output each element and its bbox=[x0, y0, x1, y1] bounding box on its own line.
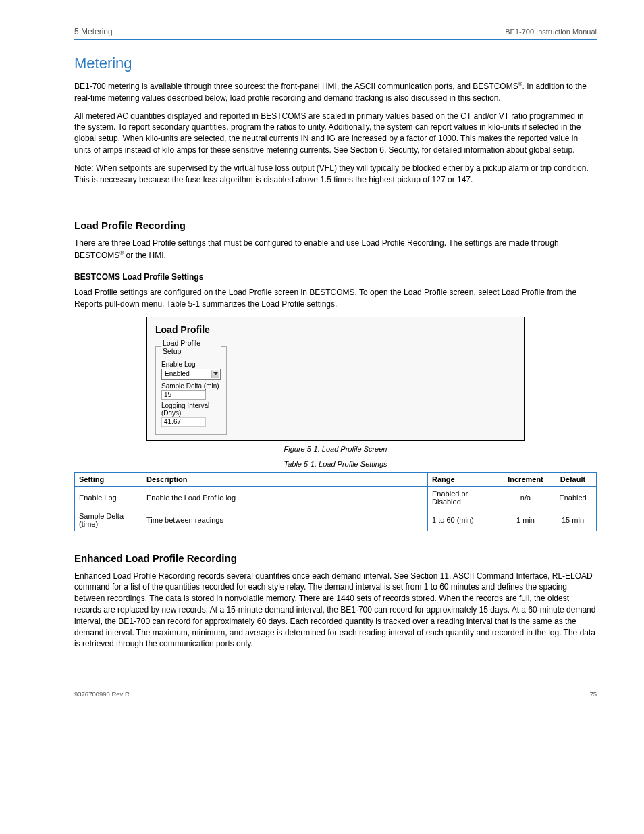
figure-panel: Load Profile Load Profile Setup Enable L… bbox=[146, 317, 525, 441]
cell-def: 15 min bbox=[549, 509, 597, 531]
enhanced-lp-paragraph: Enhanced Load Profile Recording records … bbox=[74, 571, 597, 650]
cell-range: 1 to 60 (min) bbox=[428, 509, 502, 531]
intro-paragraph-2: All metered AC quantities displayed and … bbox=[74, 111, 597, 156]
table-row: Enable Log Enable the Load Profile log E… bbox=[75, 486, 597, 509]
load-profile-heading: Load Profile Recording bbox=[74, 219, 597, 231]
section-divider-2 bbox=[74, 540, 597, 540]
cell-desc: Time between readings bbox=[142, 509, 428, 531]
bestcoms-subheading: BESTCOMS Load Profile Settings bbox=[74, 272, 597, 282]
enable-log-select[interactable]: Enabled bbox=[161, 369, 221, 380]
lp-intro-suffix: or the HMI. bbox=[124, 251, 166, 260]
bestcoms-paragraph: Load Profile settings are configured on … bbox=[74, 287, 597, 310]
cell-setting: Enable Log bbox=[75, 486, 142, 509]
cell-def: Enabled bbox=[549, 486, 597, 509]
page-footer: 9376700990 Rev R 75 bbox=[74, 690, 597, 698]
th-default: Default bbox=[549, 472, 597, 486]
th-increment: Increment bbox=[502, 472, 549, 486]
section-number: 5 Metering bbox=[74, 27, 113, 36]
doc-title-header: BE1-700 Instruction Manual bbox=[505, 28, 597, 36]
cell-setting: Sample Delta (time) bbox=[75, 509, 142, 531]
enable-log-value: Enabled bbox=[165, 370, 190, 377]
table-header-row: Setting Description Range Increment Defa… bbox=[75, 472, 597, 486]
logging-interval-readonly: 41.67 bbox=[161, 417, 206, 427]
sample-delta-value: 15 bbox=[164, 391, 171, 398]
logging-interval-label: Logging Interval (Days) bbox=[161, 402, 221, 417]
load-profile-intro: There are three Load Profile settings th… bbox=[74, 238, 597, 261]
logging-interval-value: 41.67 bbox=[164, 418, 181, 425]
load-profile-setup-fieldset: Load Profile Setup Enable Log Enabled Sa… bbox=[155, 339, 227, 435]
th-description: Description bbox=[142, 472, 428, 486]
footer-rev: 9376700990 Rev R bbox=[74, 690, 130, 698]
chevron-down-icon bbox=[211, 370, 219, 378]
footer-page-number: 75 bbox=[589, 690, 597, 698]
enable-log-label: Enable Log bbox=[161, 361, 221, 368]
panel-title: Load Profile bbox=[155, 324, 516, 335]
header-divider bbox=[74, 39, 597, 40]
cell-range: Enabled or Disabled bbox=[428, 486, 502, 509]
th-setting: Setting bbox=[75, 472, 142, 486]
sample-delta-label: Sample Delta (min) bbox=[161, 382, 221, 390]
section-divider-1 bbox=[74, 207, 597, 207]
svg-marker-0 bbox=[213, 372, 218, 375]
th-range: Range bbox=[428, 472, 502, 486]
cell-inc: n/a bbox=[502, 486, 549, 509]
sample-delta-input[interactable]: 15 bbox=[161, 390, 206, 400]
note-text: When setpoints are supervised by the vir… bbox=[74, 163, 589, 184]
page-heading: Metering bbox=[74, 55, 597, 72]
cell-inc: 1 min bbox=[502, 509, 549, 531]
cell-desc: Enable the Load Profile log bbox=[142, 486, 428, 509]
figure-caption: Figure 5-1. Load Profile Screen bbox=[74, 445, 597, 453]
intro-p1-prefix: BE1-700 metering is available through th… bbox=[74, 82, 518, 91]
note-label: Note: bbox=[74, 163, 94, 173]
intro-paragraph-1: BE1-700 metering is available through th… bbox=[74, 80, 597, 104]
fieldset-legend: Load Profile Setup bbox=[161, 339, 221, 355]
table-row: Sample Delta (time) Time between reading… bbox=[75, 509, 597, 531]
load-profile-settings-table: Setting Description Range Increment Defa… bbox=[74, 472, 597, 531]
table-title: Table 5-1. Load Profile Settings bbox=[74, 460, 597, 468]
enhanced-lp-heading: Enhanced Load Profile Recording bbox=[74, 552, 597, 564]
note-paragraph: Note: When setpoints are supervised by t… bbox=[74, 163, 597, 186]
